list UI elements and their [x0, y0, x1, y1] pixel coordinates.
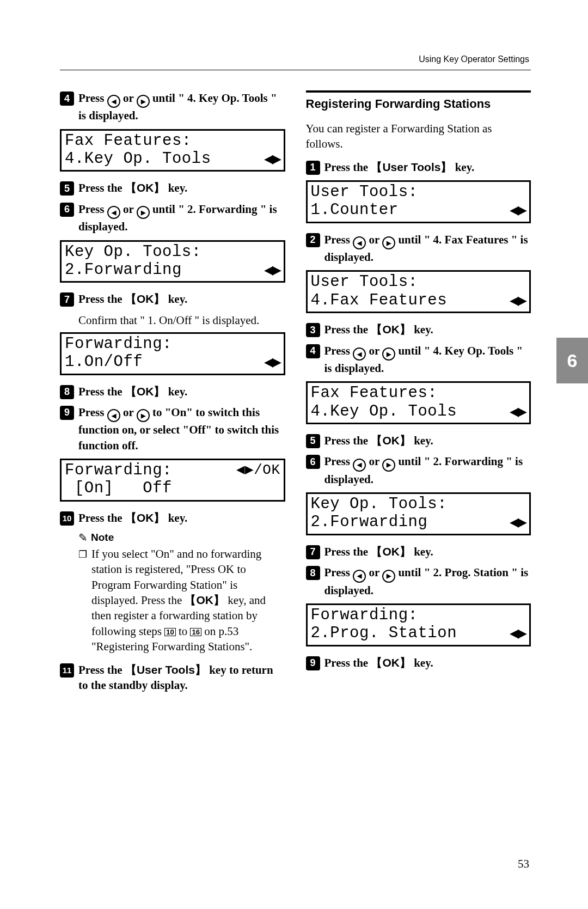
user-tools-keycap: User Tools	[371, 161, 452, 173]
step-number-icon: 8	[306, 566, 320, 580]
left-arrow-icon	[353, 459, 366, 472]
lcd-line: 2.Prog. Station	[311, 624, 457, 642]
step-text: Press or to "On" to switch this function…	[78, 405, 285, 453]
step-5: 5 Press the OK key.	[306, 433, 531, 448]
lcd-display: Fax Features: 4.Key Op. Tools	[306, 381, 531, 424]
lcd-nav-icon	[510, 515, 526, 529]
left-arrow-icon	[353, 236, 366, 249]
step-8: 8 Press or until " 2. Prog. Station " is…	[306, 565, 531, 598]
confirm-text: Confirm that " 1. On/Off " is displayed.	[78, 313, 285, 328]
lcd-line: Forwarding:	[65, 335, 172, 353]
lcd-line: User Tools:	[311, 183, 418, 201]
step-text: Press the User Tools key to return to th…	[78, 662, 285, 693]
step-number-icon: 10	[60, 511, 74, 526]
ok-keycap: OK	[371, 434, 411, 447]
lcd-display: Key Op. Tools: 2.Forwarding	[306, 492, 531, 535]
left-arrow-icon	[107, 95, 120, 108]
step-text: Press the OK key.	[324, 322, 531, 337]
step-ref-icon: 16	[190, 628, 201, 636]
page: Using Key Operator Settings 4 Press or u…	[0, 0, 588, 909]
ok-keycap: OK	[125, 385, 166, 398]
step-text: Press the OK key.	[324, 544, 531, 559]
lcd-line: Fax Features:	[65, 132, 192, 150]
lcd-line: Fax Features:	[311, 384, 438, 402]
step-text: Press or until " 2. Forwarding " is disp…	[324, 454, 531, 487]
right-arrow-icon	[137, 95, 150, 108]
section-heading: Registering Forwarding Stations	[306, 90, 531, 111]
ok-keycap: OK	[371, 545, 411, 558]
step-text: Press the User Tools key.	[324, 160, 531, 175]
lcd-display: User Tools: 1.Counter	[306, 180, 531, 223]
lcd-nav-icon	[510, 626, 526, 640]
lcd-nav-icon	[510, 294, 526, 307]
step-5: 5 Press the OK key.	[60, 180, 285, 196]
step-number-icon: 3	[306, 323, 320, 337]
step-6: 6 Press or until " 2. Forwarding " is di…	[60, 202, 285, 235]
bullet-icon: ❐	[78, 548, 87, 654]
right-arrow-icon	[382, 236, 395, 249]
section-intro: You can register a Forwarding Station as…	[306, 121, 531, 152]
lcd-display: Forwarding: 2.Prog. Station	[306, 603, 531, 646]
lcd-line: 4.Key Op. Tools	[311, 402, 457, 420]
lcd-display: Key Op. Tools: 2.Forwarding	[60, 240, 285, 283]
right-arrow-icon	[382, 570, 395, 583]
left-arrow-icon	[353, 347, 366, 361]
step-7: 7 Press the OK key.	[60, 291, 285, 307]
running-header: Using Key Operator Settings	[419, 54, 529, 64]
lcd-line: 1.Counter	[311, 201, 399, 219]
lcd-line: 4.Fax Features	[311, 291, 448, 309]
note-body: ❐ If you select "On" and no forwarding s…	[78, 546, 285, 654]
left-arrow-icon	[107, 206, 120, 219]
lcd-display: Forwarding: ◀▶/OK [On] Off	[60, 459, 285, 502]
lcd-nav-icon	[264, 152, 280, 166]
step-3: 3 Press the OK key.	[306, 322, 531, 337]
step-7: 7 Press the OK key.	[306, 544, 531, 559]
note-paragraph: If you select "On" and no forwarding sta…	[91, 546, 285, 654]
step-number-icon: 6	[306, 455, 320, 469]
lcd-line: 1.On/Off	[65, 353, 143, 371]
step-4: 4 Press or until " 4. Key Op. Tools " is…	[306, 343, 531, 376]
step-text: Press the OK key.	[78, 291, 285, 307]
step-text: Press the OK key.	[78, 180, 285, 196]
pencil-icon: ✎	[78, 531, 88, 544]
step-number-icon: 5	[60, 181, 74, 196]
ok-keycap: OK	[125, 511, 166, 524]
step-number-icon: 4	[60, 91, 74, 106]
step-text: Press the OK key.	[78, 384, 285, 399]
step-11: 11 Press the User Tools key to return to…	[60, 662, 285, 693]
note-heading: ✎ Note	[78, 531, 285, 544]
step-6: 6 Press or until " 2. Forwarding " is di…	[306, 454, 531, 487]
note-title: Note	[91, 532, 114, 544]
step-text: Press or until " 4. Key Op. Tools " is d…	[78, 90, 285, 124]
lcd-line: 2.Forwarding	[311, 513, 428, 531]
left-column: 4 Press or until " 4. Key Op. Tools " is…	[60, 90, 285, 698]
step-number-icon: 8	[60, 385, 74, 399]
lcd-nav-icon	[264, 263, 280, 277]
step-8: 8 Press the OK key.	[60, 384, 285, 399]
lcd-line: [On] Off	[65, 479, 172, 497]
lcd-line: Key Op. Tools:	[65, 243, 201, 261]
ok-keycap: OK	[185, 594, 225, 606]
step-10: 10 Press the OK key.	[60, 510, 285, 526]
lcd-nav-icon	[510, 203, 526, 217]
right-column: Registering Forwarding Stations You can …	[306, 90, 531, 698]
right-arrow-icon	[137, 206, 150, 219]
step-9: 9 Press the OK key.	[306, 655, 531, 670]
user-tools-keycap: User Tools	[125, 663, 206, 676]
step-1: 1 Press the User Tools key.	[306, 160, 531, 175]
step-text: Press or until " 2. Prog. Station " is d…	[324, 565, 531, 598]
step-number-icon: 5	[306, 434, 320, 448]
step-number-icon: 9	[60, 406, 74, 420]
step-number-icon: 7	[306, 545, 320, 559]
step-number-icon: 9	[306, 656, 320, 670]
lcd-nav-icon	[510, 405, 526, 418]
ok-keycap: OK	[125, 181, 166, 194]
step-text: Press the OK key.	[324, 655, 531, 670]
lcd-display: User Tools: 4.Fax Features	[306, 270, 531, 313]
right-arrow-icon	[382, 347, 395, 361]
step-4: 4 Press or until " 4. Key Op. Tools " is…	[60, 90, 285, 124]
lcd-nav-ok: ◀▶/OK	[236, 462, 280, 479]
step-number-icon: 6	[60, 203, 74, 217]
step-2: 2 Press or until " 4. Fax Features " is …	[306, 232, 531, 265]
step-text: Press or until " 4. Key Op. Tools " is d…	[324, 343, 531, 376]
